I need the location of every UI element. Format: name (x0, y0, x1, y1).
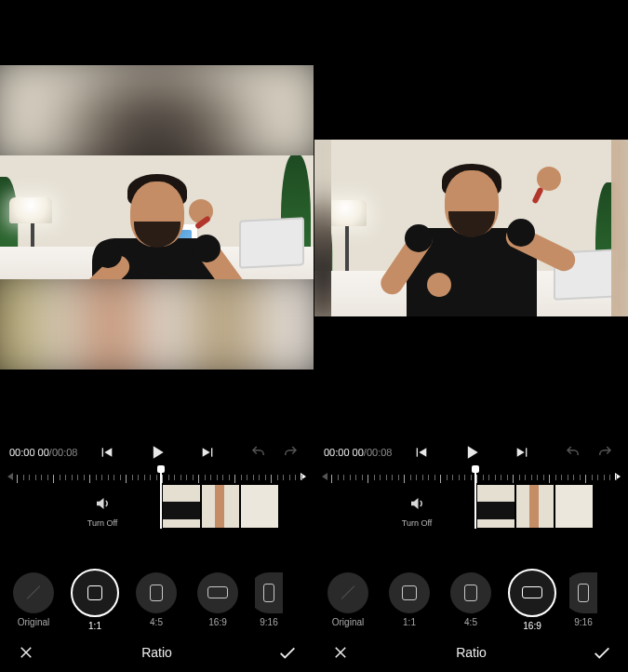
ratio-option-9_16[interactable]: 9:16 (255, 572, 283, 627)
ratio-shape-icon (402, 585, 417, 600)
bottom-bar: Ratio (314, 633, 628, 672)
ratio-option-original[interactable]: Original (9, 572, 58, 627)
ratio-label: 16:9 (523, 621, 541, 631)
ruler-start-icon (322, 473, 327, 480)
ratio-chip (13, 572, 54, 613)
undo-button[interactable] (245, 438, 273, 466)
aspect-ratio-chooser[interactable]: Original1:14:516:99:16 (314, 566, 628, 633)
ratio-chip (450, 572, 491, 613)
ratio-option-1_1[interactable]: 1:1 (71, 569, 119, 631)
editor-pane-left: 00:00 00/00:08 (0, 0, 314, 672)
time-total: 00:08 (52, 447, 78, 458)
ratio-option-4_5[interactable]: 4:5 (447, 572, 495, 627)
panel-title: Ratio (456, 645, 487, 660)
clip-strip[interactable] (476, 484, 594, 529)
play-button[interactable] (458, 438, 486, 466)
prev-frame-button[interactable] (408, 438, 435, 466)
cancel-button[interactable] (13, 639, 39, 665)
timeline-ruler[interactable] (6, 471, 308, 484)
aspect-ratio-chooser[interactable]: Original1:14:516:99:16 (0, 566, 314, 633)
prev-frame-button[interactable] (93, 438, 121, 466)
ratio-shape-icon (341, 585, 355, 599)
redo-button[interactable] (276, 438, 304, 466)
audio-toggle-label: Turn Off (402, 518, 433, 528)
speaker-icon (89, 491, 115, 517)
ratio-chip (327, 572, 368, 613)
clip-strip[interactable] (162, 484, 279, 529)
clip-thumb[interactable] (201, 484, 240, 529)
playback-row: 00:00 00/00:08 (0, 437, 314, 467)
playback-row: 00:00 00/00:08 (314, 437, 628, 467)
ratio-shape-icon (464, 585, 477, 601)
time-total: 00:08 (367, 447, 393, 458)
video-content (314, 140, 628, 316)
cancel-button[interactable] (327, 639, 354, 665)
playhead[interactable] (474, 467, 476, 529)
ratio-shape-icon (87, 585, 102, 600)
playhead[interactable] (160, 467, 162, 529)
video-frame (0, 155, 314, 279)
editor-pane-right: 00:00 00/00:08 (314, 0, 628, 672)
ratio-option-4_5[interactable]: 4:5 (132, 572, 180, 627)
ratio-shape-icon (263, 584, 274, 602)
ratio-label: 4:5 (464, 617, 477, 627)
preview-blur-left (314, 140, 331, 316)
bottom-bar: Ratio (0, 633, 314, 672)
timeline-ruler[interactable] (320, 471, 622, 484)
ratio-option-original[interactable]: Original (324, 572, 372, 627)
ratio-chip (389, 572, 430, 613)
ratio-option-1_1[interactable]: 1:1 (385, 572, 434, 627)
ratio-chip (569, 572, 597, 613)
clip-thumb[interactable] (555, 484, 594, 529)
clip-thumb[interactable] (515, 484, 555, 529)
next-frame-button[interactable] (194, 438, 221, 466)
audio-toggle-button[interactable]: Turn Off (74, 491, 130, 528)
audio-track: Turn Off (74, 484, 130, 534)
clip-thumb[interactable] (162, 484, 201, 529)
confirm-button[interactable] (589, 639, 615, 665)
ratio-label: 16:9 (208, 617, 226, 627)
ratio-chip (255, 572, 283, 613)
next-frame-button[interactable] (508, 438, 536, 466)
ratio-chip (136, 572, 177, 613)
svg-rect-0 (101, 448, 102, 456)
video-frame (314, 140, 628, 316)
ratio-label: 1:1 (403, 617, 416, 627)
ratio-option-9_16[interactable]: 9:16 (569, 572, 597, 627)
clip-thumb[interactable] (240, 484, 279, 529)
ratio-shape-icon (522, 586, 542, 598)
ratio-label: 1:1 (88, 621, 101, 631)
audio-toggle-button[interactable]: Turn Off (389, 491, 445, 528)
ratio-chip (197, 572, 238, 613)
preview-canvas[interactable] (314, 140, 628, 316)
preview-canvas[interactable] (0, 65, 314, 370)
speaker-icon (404, 491, 430, 517)
preview-blur-top (0, 65, 314, 155)
timeline[interactable]: Turn Off (0, 467, 314, 542)
undo-button[interactable] (559, 438, 587, 466)
audio-toggle-label: Turn Off (87, 518, 118, 528)
time-current: 00:00 00 (324, 447, 364, 458)
ruler-start-icon (7, 473, 13, 480)
ratio-shape-icon (578, 584, 589, 602)
video-content (0, 155, 314, 279)
ratio-chip (508, 569, 556, 617)
ratio-label: 9:16 (574, 617, 592, 627)
preview-blur-right (611, 140, 628, 316)
timeline[interactable]: Turn Off (314, 467, 628, 542)
svg-rect-1 (211, 448, 212, 456)
redo-button[interactable] (591, 438, 619, 466)
ratio-label: 9:16 (260, 617, 277, 627)
svg-rect-2 (416, 448, 417, 456)
confirm-button[interactable] (274, 639, 301, 665)
time-display: 00:00 00/00:08 (324, 447, 392, 458)
ratio-option-16_9[interactable]: 16:9 (508, 569, 556, 631)
panel-title: Ratio (141, 645, 172, 660)
clip-thumb[interactable] (476, 484, 515, 529)
play-button[interactable] (143, 438, 171, 466)
ratio-option-16_9[interactable]: 16:9 (194, 572, 242, 627)
ratio-label: Original (18, 617, 49, 627)
ratio-shape-icon (207, 586, 228, 598)
ratio-shape-icon (27, 585, 41, 599)
svg-rect-3 (526, 448, 527, 456)
